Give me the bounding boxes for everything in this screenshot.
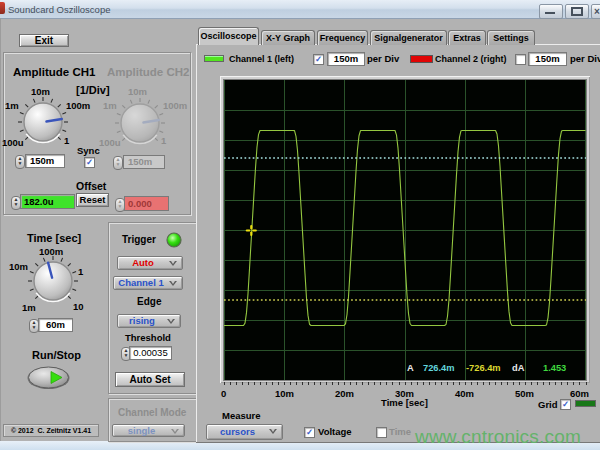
svg-text:726.4m: 726.4m	[423, 363, 455, 373]
svg-text:dA: dA	[512, 363, 525, 373]
svg-text:1.453: 1.453	[543, 363, 566, 373]
svg-text:-726.4m: -726.4m	[466, 363, 501, 373]
svg-text:A: A	[407, 363, 414, 373]
